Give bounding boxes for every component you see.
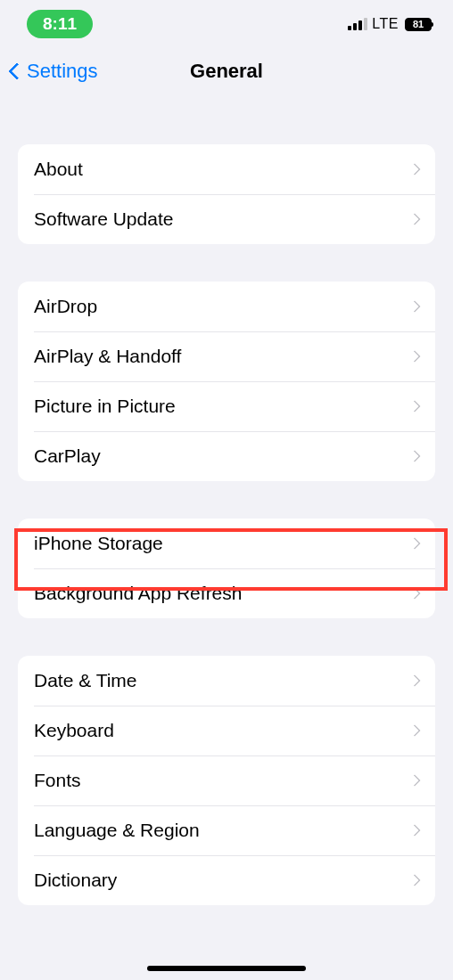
row-label: About — [34, 159, 83, 180]
row-software-update[interactable]: Software Update — [18, 194, 435, 244]
row-carplay[interactable]: CarPlay — [18, 431, 435, 481]
row-label: AirPlay & Handoff — [34, 346, 181, 367]
row-label: CarPlay — [34, 445, 101, 467]
back-label: Settings — [27, 60, 98, 83]
row-about[interactable]: About — [18, 144, 435, 194]
row-language-region[interactable]: Language & Region — [18, 805, 435, 855]
row-fonts[interactable]: Fonts — [18, 755, 435, 805]
chevron-right-icon — [408, 537, 421, 550]
row-airplay-handoff[interactable]: AirPlay & Handoff — [18, 331, 435, 381]
chevron-right-icon — [408, 874, 421, 886]
chevron-right-icon — [408, 213, 421, 225]
cellular-signal-icon — [348, 18, 367, 30]
row-label: Dictionary — [34, 870, 117, 891]
row-label: Software Update — [34, 208, 173, 230]
row-label: Language & Region — [34, 820, 200, 841]
row-label: AirDrop — [34, 296, 97, 317]
back-button[interactable]: Settings — [7, 60, 98, 83]
chevron-right-icon — [408, 400, 421, 412]
row-label: Keyboard — [34, 720, 114, 741]
chevron-right-icon — [408, 300, 421, 313]
chevron-right-icon — [408, 587, 421, 600]
status-bar: 8:11 LTE 81 — [0, 0, 453, 48]
battery-icon: 81 — [405, 18, 432, 31]
chevron-right-icon — [408, 163, 421, 176]
nav-header: Settings General — [0, 48, 453, 94]
row-keyboard[interactable]: Keyboard — [18, 706, 435, 755]
settings-group: AirDrop AirPlay & Handoff Picture in Pic… — [18, 282, 435, 481]
row-label: Background App Refresh — [34, 583, 242, 604]
chevron-right-icon — [408, 674, 421, 687]
chevron-right-icon — [408, 350, 421, 363]
row-label: Date & Time — [34, 670, 137, 691]
row-label: iPhone Storage — [34, 533, 163, 554]
chevron-right-icon — [408, 774, 421, 787]
chevron-right-icon — [408, 824, 421, 837]
status-time-pill[interactable]: 8:11 — [27, 10, 93, 38]
row-background-app-refresh[interactable]: Background App Refresh — [18, 568, 435, 618]
chevron-right-icon — [408, 724, 421, 737]
chevron-right-icon — [408, 450, 421, 462]
chevron-left-icon — [8, 62, 26, 80]
home-indicator[interactable] — [147, 966, 306, 971]
row-date-time[interactable]: Date & Time — [18, 656, 435, 706]
settings-group: iPhone Storage Background App Refresh — [18, 519, 435, 618]
row-picture-in-picture[interactable]: Picture in Picture — [18, 381, 435, 431]
network-type: LTE — [372, 16, 399, 32]
settings-group: Date & Time Keyboard Fonts Language & Re… — [18, 656, 435, 905]
row-iphone-storage[interactable]: iPhone Storage — [18, 519, 435, 568]
settings-group: About Software Update — [18, 144, 435, 244]
row-dictionary[interactable]: Dictionary — [18, 855, 435, 905]
row-airdrop[interactable]: AirDrop — [18, 282, 435, 331]
row-label: Fonts — [34, 770, 81, 791]
status-time: 8:11 — [43, 14, 77, 33]
row-label: Picture in Picture — [34, 396, 176, 417]
status-right: LTE 81 — [348, 16, 432, 32]
battery-percent: 81 — [413, 19, 424, 29]
